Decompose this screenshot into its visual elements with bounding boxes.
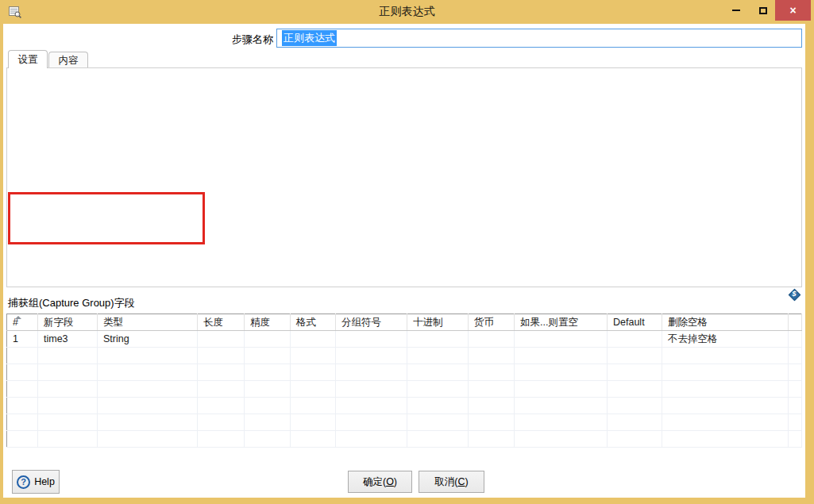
column-header-grouping[interactable]: 分组符号 <box>336 314 407 331</box>
settings-panel <box>6 67 802 287</box>
tab-settings[interactable]: 设置 <box>8 50 48 68</box>
help-button[interactable]: ? Help <box>12 470 60 494</box>
empty-table-row[interactable] <box>7 348 802 364</box>
column-header-filler <box>789 314 802 331</box>
column-header-nullif[interactable]: 如果...则置空 <box>515 314 608 331</box>
column-header-precision[interactable]: 精度 <box>245 314 291 331</box>
column-header-currency[interactable]: 货币 <box>469 314 515 331</box>
regex-variable-icon[interactable]: $ <box>788 288 800 301</box>
tab-content[interactable]: 内容 <box>48 52 88 68</box>
minimize-button[interactable] <box>724 0 748 21</box>
maximize-button[interactable] <box>751 0 775 21</box>
column-header-default[interactable]: Default <box>608 314 662 331</box>
table-header-row: # 新字段 类型 长度 精度 格式 分组符号 十进制 货币 如果...则置空 D… <box>7 314 802 331</box>
cancel-button[interactable]: 取消(C) <box>419 471 484 493</box>
column-header-newfield[interactable]: 新字段 <box>38 314 98 331</box>
empty-table-row[interactable] <box>7 364 802 381</box>
column-header-type[interactable]: 类型 <box>98 314 198 331</box>
column-header-index[interactable]: # <box>7 314 38 331</box>
window-title: 正则表达式 <box>0 5 814 19</box>
table-row[interactable]: 1 time3 String 不去掉空格 <box>7 331 802 348</box>
titlebar: 正则表达式 × <box>0 0 814 24</box>
empty-table-row[interactable] <box>7 414 802 431</box>
maximize-icon <box>759 7 767 14</box>
empty-table-row[interactable] <box>7 431 802 448</box>
capture-group-table: # 新字段 类型 长度 精度 格式 分组符号 十进制 货币 如果...则置空 D… <box>6 314 802 448</box>
step-name-value: 正则表达式 <box>282 30 337 46</box>
dialog-content: 步骤名称 正则表达式 设置 内容 步骤设置 要匹配的字段 time1 Resul… <box>3 24 805 498</box>
column-header-decimal[interactable]: 十进制 <box>407 314 469 331</box>
empty-table-row[interactable] <box>7 381 802 398</box>
column-header-format[interactable]: 格式 <box>291 314 336 331</box>
column-header-length[interactable]: 长度 <box>198 314 245 331</box>
help-icon: ? <box>17 475 30 489</box>
capture-group-title: 捕获组(Capture Group)字段 <box>8 296 135 310</box>
capture-table-body: 1 time3 String 不去掉空格 <box>7 331 802 448</box>
minimize-icon <box>732 10 740 11</box>
close-button[interactable]: × <box>775 0 811 21</box>
step-name-input[interactable]: 正则表达式 <box>276 29 802 48</box>
column-header-trim[interactable]: 删除空格 <box>662 314 789 331</box>
empty-table-row[interactable] <box>7 398 802 414</box>
sort-asc-icon <box>15 316 21 319</box>
step-name-label: 步骤名称 <box>3 33 273 47</box>
ok-button[interactable]: 确定(O) <box>348 471 412 493</box>
close-icon: × <box>789 4 796 17</box>
